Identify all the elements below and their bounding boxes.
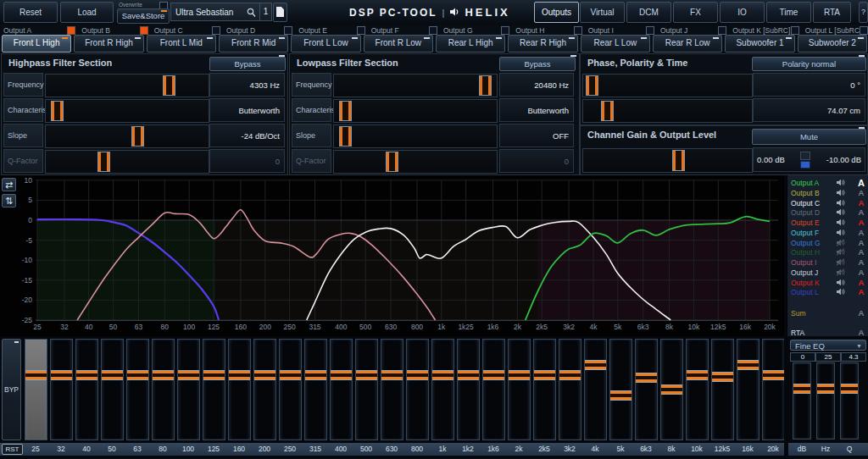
eq-band-12k5-slider[interactable] bbox=[711, 339, 734, 440]
eq-band-handle[interactable] bbox=[737, 360, 759, 370]
legend-row-output-j[interactable]: Output JA bbox=[787, 268, 868, 278]
phase-phaseangle-slider[interactable] bbox=[582, 74, 753, 97]
preset-number[interactable]: 1 bbox=[259, 3, 272, 21]
slider-handle[interactable] bbox=[131, 126, 144, 147]
nav-dcm-button[interactable]: DCM bbox=[626, 2, 671, 23]
channel-link-checkbox-l[interactable] bbox=[791, 26, 799, 35]
eq-band-handle[interactable] bbox=[229, 370, 250, 380]
nav-outputs-button[interactable]: Outputs bbox=[534, 2, 579, 23]
lowpass-qfactor-slider[interactable] bbox=[333, 150, 498, 174]
new-document-button[interactable] bbox=[273, 3, 287, 22]
eq-band-200-slider[interactable] bbox=[253, 339, 276, 440]
gain-unit-indicator[interactable] bbox=[800, 152, 810, 169]
eq-band-10k-slider[interactable] bbox=[686, 339, 709, 440]
eq-band-handle[interactable] bbox=[203, 370, 225, 380]
channel-tab-front-r-mid[interactable]: Front R Mid bbox=[219, 35, 288, 53]
fine-eq-handle[interactable] bbox=[793, 384, 810, 394]
channel-a-badge[interactable]: A bbox=[855, 278, 867, 287]
channel-link-checkbox-h[interactable] bbox=[501, 26, 509, 35]
legend-row-output-c[interactable]: Output CA bbox=[787, 199, 868, 208]
eq-band-50-slider[interactable] bbox=[101, 339, 124, 440]
speaker-icon[interactable] bbox=[836, 189, 845, 198]
lowpass-frequency-slider[interactable] bbox=[333, 74, 498, 97]
eq-band-2k-slider[interactable] bbox=[508, 339, 531, 440]
slider-handle[interactable] bbox=[672, 150, 685, 171]
nav-virtual-button[interactable]: Virtual bbox=[580, 2, 625, 23]
gain-slider[interactable] bbox=[582, 148, 753, 173]
help-button[interactable]: ? bbox=[859, 2, 868, 23]
speaker-muted-icon[interactable] bbox=[836, 268, 845, 278]
channel-a-badge[interactable]: A bbox=[855, 188, 867, 197]
eq-band-1k6-slider[interactable] bbox=[482, 339, 505, 440]
eq-band-16k-slider[interactable] bbox=[737, 339, 760, 440]
vertical-zoom-button[interactable]: ⇅ bbox=[2, 194, 16, 207]
speaker-icon[interactable] bbox=[836, 229, 845, 238]
channel-tab-rear-l-high[interactable]: Rear L High bbox=[436, 35, 505, 53]
fine-eq-hz-slider[interactable] bbox=[816, 362, 835, 440]
highpass-frequency-slider[interactable] bbox=[45, 74, 209, 97]
eq-band-4k-slider[interactable] bbox=[584, 339, 607, 440]
eq-band-handle[interactable] bbox=[432, 370, 453, 380]
channel-tab-front-l-low[interactable]: Front L Low bbox=[291, 35, 360, 53]
channel-tab-front-l-mid[interactable]: Front L Mid bbox=[147, 35, 216, 53]
legend-row-output-d[interactable]: Output DA bbox=[787, 208, 868, 218]
channel-a-badge[interactable]: A bbox=[855, 257, 867, 267]
eq-band-500-slider[interactable] bbox=[355, 339, 378, 440]
channel-tab-subwoofer-2[interactable]: Subwoofer 2 bbox=[798, 35, 867, 53]
mute-button[interactable]: Mute bbox=[752, 129, 866, 145]
eq-bypass-button[interactable]: BYP bbox=[2, 339, 21, 440]
search-icon[interactable] bbox=[247, 6, 256, 21]
eq-band-handle[interactable] bbox=[76, 370, 97, 380]
eq-band-handle[interactable] bbox=[509, 370, 530, 380]
channel-tab-front-r-high[interactable]: Front R High bbox=[74, 35, 143, 53]
slider-handle[interactable] bbox=[586, 75, 598, 96]
eq-band-25-slider[interactable] bbox=[25, 339, 47, 440]
eq-band-handle[interactable] bbox=[585, 360, 606, 370]
highpass-bypass-button[interactable]: Bypass bbox=[209, 57, 286, 71]
speaker-icon[interactable] bbox=[836, 218, 845, 228]
fine-eq-db-slider[interactable] bbox=[793, 362, 811, 440]
eq-band-handle[interactable] bbox=[687, 370, 708, 380]
channel-tab-rear-r-high[interactable]: Rear R High bbox=[508, 35, 577, 53]
legend-row-output-g[interactable]: Output GA bbox=[787, 239, 868, 248]
legend-row-sum[interactable]: SumA bbox=[787, 309, 868, 318]
highpass-qfactor-slider[interactable] bbox=[45, 150, 209, 174]
slider-handle[interactable] bbox=[479, 75, 492, 96]
eq-band-63-slider[interactable] bbox=[126, 339, 149, 440]
eq-band-2k5-slider[interactable] bbox=[533, 339, 556, 440]
channel-link-checkbox-g[interactable] bbox=[429, 26, 437, 35]
nav-io-button[interactable]: IO bbox=[720, 2, 765, 23]
slider-handle[interactable] bbox=[163, 75, 175, 96]
channel-a-badge[interactable]: A bbox=[855, 178, 867, 188]
eq-band-handle[interactable] bbox=[280, 370, 301, 380]
channel-tab-front-r-low[interactable]: Front R Low bbox=[364, 35, 433, 53]
legend-row-output-f[interactable]: Output FA bbox=[787, 229, 868, 238]
eq-band-handle[interactable] bbox=[610, 390, 632, 401]
eq-band-40-slider[interactable] bbox=[75, 339, 98, 440]
eq-band-315-slider[interactable] bbox=[304, 339, 327, 440]
channel-link-checkbox-k[interactable] bbox=[718, 26, 726, 35]
frequency-response-chart[interactable]: 1050-5-10-15-20-252532405063801001251602… bbox=[0, 175, 784, 336]
slider-handle[interactable] bbox=[51, 101, 64, 121]
highpass-characteristic-slider[interactable] bbox=[45, 99, 209, 123]
eq-band-handle[interactable] bbox=[153, 370, 174, 380]
nav-rta-button[interactable]: RTA bbox=[813, 2, 851, 23]
eq-band-handle[interactable] bbox=[331, 370, 352, 380]
speaker-muted-icon[interactable] bbox=[836, 239, 845, 248]
load-button[interactable]: Load bbox=[60, 2, 114, 23]
eq-band-1k-slider[interactable] bbox=[431, 339, 454, 440]
channel-link-checkbox-j[interactable] bbox=[646, 26, 654, 35]
channel-a-badge[interactable]: A bbox=[855, 218, 867, 227]
eq-band-400-slider[interactable] bbox=[330, 339, 353, 440]
eq-band-handle[interactable] bbox=[636, 373, 657, 383]
speaker-icon[interactable] bbox=[836, 199, 845, 208]
eq-band-250-slider[interactable] bbox=[279, 339, 302, 440]
chart-canvas[interactable]: 1050-5-10-15-20-252532405063801001251602… bbox=[0, 175, 784, 336]
channel-a-badge[interactable]: A bbox=[855, 268, 867, 277]
eq-band-80-slider[interactable] bbox=[152, 339, 175, 440]
eq-band-6k3-slider[interactable] bbox=[635, 339, 658, 440]
legend-row-output-l[interactable]: Output LA bbox=[787, 288, 868, 297]
channel-link-checkbox-e[interactable] bbox=[284, 26, 292, 35]
channel-a-badge[interactable]: A bbox=[855, 287, 867, 296]
eq-band-20k-slider[interactable] bbox=[762, 339, 785, 440]
